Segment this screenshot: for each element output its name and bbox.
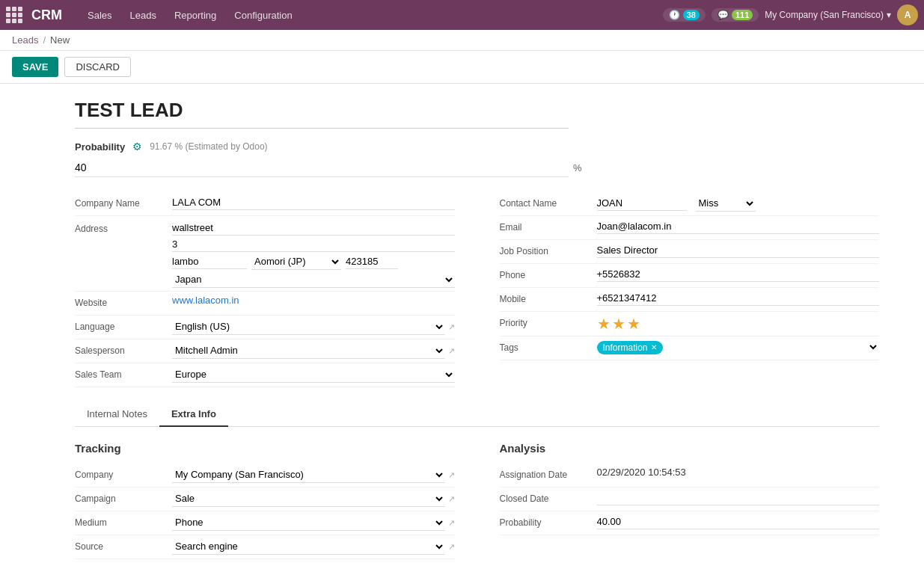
- tracking-source-select[interactable]: Search engine: [172, 538, 445, 555]
- apps-grid-icon[interactable]: [6, 7, 22, 23]
- discard-button[interactable]: DISCARD: [64, 57, 131, 77]
- menu-leads[interactable]: Leads: [123, 7, 164, 24]
- top-navigation: CRM Sales Leads Reporting Configuration …: [0, 0, 924, 30]
- address-zip-input[interactable]: [346, 254, 398, 269]
- website-label: Website: [75, 295, 172, 308]
- salesperson-row: Salesperson Mitchell Admin ↗: [75, 339, 455, 363]
- activity-badge[interactable]: 🕐 38: [663, 8, 706, 22]
- address-street-input[interactable]: [172, 221, 455, 236]
- app-brand: CRM: [31, 7, 62, 23]
- address-country-select[interactable]: Japan: [172, 271, 455, 288]
- email-value: [597, 219, 880, 234]
- gear-icon[interactable]: ⚙: [132, 141, 142, 153]
- tracking-source-label: Source: [75, 538, 172, 552]
- website-link[interactable]: www.lalacom.in: [172, 295, 239, 306]
- message-badge[interactable]: 💬 111: [712, 8, 759, 22]
- tags-row: Tags Information ✕: [500, 336, 880, 360]
- tab-extra-info[interactable]: Extra Info: [159, 402, 228, 427]
- tracking-campaign-row: Campaign Sale ↗: [75, 487, 455, 511]
- address-line2-input[interactable]: [172, 237, 455, 252]
- tracking-medium-select[interactable]: Phone: [172, 514, 445, 531]
- closed-date-label: Closed Date: [500, 490, 597, 504]
- tag-close-icon[interactable]: ✕: [651, 343, 657, 351]
- menu-configuration[interactable]: Configuration: [227, 7, 299, 24]
- language-row: Language English (US) ↗: [75, 316, 455, 339]
- assignation-date-row: Assignation Date 02/29/2020 10:54:53: [500, 464, 880, 487]
- salesperson-value: Mitchell Admin ↗: [172, 342, 455, 359]
- address-col: Aomori (JP) Japan: [172, 221, 455, 288]
- address-value: Aomori (JP) Japan: [172, 221, 455, 288]
- job-position-row: Job Position: [500, 240, 880, 264]
- job-position-input[interactable]: [597, 243, 880, 258]
- tracking-company-label: Company: [75, 467, 172, 480]
- language-select[interactable]: English (US): [172, 319, 445, 335]
- analysis-probability-input[interactable]: [597, 514, 880, 529]
- tracking-medium-label: Medium: [75, 514, 172, 528]
- mobile-row: Mobile: [500, 288, 880, 312]
- analysis-probability-row: Probability: [500, 511, 880, 535]
- analysis-title: Analysis: [500, 442, 880, 455]
- tracking-campaign-value: Sale ↗: [172, 490, 455, 507]
- sales-team-label: Sales Team: [75, 366, 172, 380]
- language-ext-link-icon[interactable]: ↗: [448, 322, 455, 332]
- mobile-input[interactable]: [597, 291, 880, 306]
- tracking-source-row: Source Search engine ↗: [75, 535, 455, 559]
- contact-name-value: Miss: [597, 195, 880, 212]
- star-3[interactable]: ★: [627, 315, 640, 333]
- probability-input[interactable]: [75, 159, 569, 177]
- company-name-input[interactable]: [172, 195, 455, 210]
- tags-dropdown[interactable]: [864, 339, 879, 355]
- mobile-value: [597, 291, 880, 306]
- address-city-input[interactable]: [172, 254, 247, 269]
- sales-team-select[interactable]: Europe: [172, 366, 455, 383]
- company-selector[interactable]: My Company (San Francisco) ▾: [765, 10, 891, 20]
- percent-sign: %: [573, 162, 582, 173]
- address-state-select[interactable]: Aomori (JP): [251, 253, 341, 270]
- salesperson-select[interactable]: Mitchell Admin: [172, 342, 445, 359]
- website-row: Website www.lalacom.in: [75, 292, 455, 316]
- breadcrumb: Leads / New: [0, 30, 924, 51]
- tab-internal-notes[interactable]: Internal Notes: [75, 402, 159, 427]
- tracking-medium-value: Phone ↗: [172, 514, 455, 531]
- address-row: Address Aomori (JP) Japan: [75, 216, 455, 292]
- star-1[interactable]: ★: [597, 315, 611, 333]
- email-input[interactable]: [597, 219, 880, 234]
- tracking-medium-ext-icon[interactable]: ↗: [448, 518, 455, 528]
- tracking-campaign-label: Campaign: [75, 490, 172, 504]
- email-row: Email: [500, 216, 880, 240]
- company-name: My Company (San Francisco): [765, 10, 884, 20]
- address-label: Address: [75, 221, 172, 234]
- lead-title[interactable]: TEST LEAD: [75, 99, 569, 129]
- website-value: www.lalacom.in: [172, 295, 455, 306]
- probability-estimate: 91.67 % (Estimated by Odoo): [150, 141, 267, 152]
- tracking-source-ext-icon[interactable]: ↗: [448, 542, 455, 552]
- tracking-company-select[interactable]: My Company (San Francisco): [172, 467, 445, 483]
- tracking-campaign-ext-icon[interactable]: ↗: [448, 494, 455, 504]
- save-button[interactable]: SAVE: [12, 57, 58, 77]
- breadcrumb-leads[interactable]: Leads: [12, 34, 38, 46]
- analysis-probability-value: [597, 514, 880, 529]
- phone-input[interactable]: [597, 267, 880, 282]
- contact-first-input[interactable]: [597, 196, 687, 211]
- clock-icon: 🕐: [669, 10, 680, 20]
- tag-container: Information ✕: [597, 341, 862, 354]
- mobile-label: Mobile: [500, 291, 597, 304]
- priority-value: ★ ★ ★: [597, 315, 880, 333]
- contact-title-select[interactable]: Miss: [696, 195, 756, 212]
- tracking-title: Tracking: [75, 442, 455, 455]
- star-2[interactable]: ★: [612, 315, 625, 333]
- analysis-probability-label: Probability: [500, 514, 597, 528]
- language-value: English (US) ↗: [172, 319, 455, 335]
- tags-label: Tags: [500, 339, 597, 353]
- tracking-section: Tracking Company My Company (San Francis…: [75, 442, 455, 559]
- assignation-date-label: Assignation Date: [500, 467, 597, 480]
- menu-reporting[interactable]: Reporting: [167, 7, 224, 24]
- user-avatar[interactable]: A: [897, 4, 918, 25]
- priority-label: Priority: [500, 315, 597, 328]
- tracking-campaign-select[interactable]: Sale: [172, 490, 445, 507]
- menu-sales[interactable]: Sales: [80, 7, 120, 24]
- tracking-company-ext-icon[interactable]: ↗: [448, 470, 455, 480]
- closed-date-input[interactable]: [597, 490, 880, 505]
- tracking-medium-row: Medium Phone ↗: [75, 511, 455, 535]
- salesperson-ext-link-icon[interactable]: ↗: [448, 346, 455, 356]
